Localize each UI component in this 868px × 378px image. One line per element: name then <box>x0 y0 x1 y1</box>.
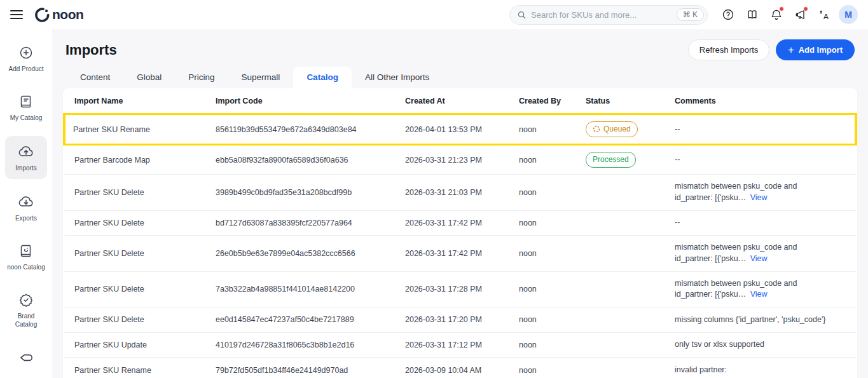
comment-text: -- <box>675 124 680 135</box>
sidebar-item-exports[interactable]: Exports <box>5 186 47 229</box>
status-badge-queued: Queued <box>586 121 638 137</box>
announcements-button[interactable] <box>790 4 811 25</box>
refresh-imports-button[interactable]: Refresh Imports <box>688 39 769 60</box>
docs-button[interactable] <box>742 4 762 25</box>
table-row[interactable]: Partner SKU Delete bd7127d63087a838395fc… <box>64 210 856 236</box>
global-search[interactable]: ⌘ K <box>509 5 708 25</box>
comment-text: mismatch between psku_code and id_partne… <box>675 242 830 265</box>
cell-import-code: 410197d246728a31f8065c3b8b1e2d16 <box>205 332 395 358</box>
help-button[interactable] <box>718 4 738 25</box>
help-icon <box>722 8 734 21</box>
cell-created-at: 2026-03-31 17:20 PM <box>395 307 509 333</box>
cell-created-at: 2026-03-31 17:42 PM <box>395 210 509 236</box>
table-row[interactable]: Partner Barcode Map ebb5a08f932fa8900fa6… <box>64 145 856 175</box>
cell-created-at: 2026-03-31 17:42 PM <box>395 236 509 272</box>
table-row[interactable]: Partner SKU Rename 79b72fd505df1b34ff46e… <box>64 358 856 378</box>
table-row[interactable]: Partner SKU Delete 26e0b5b9e63e7899e04ac… <box>64 236 856 272</box>
tag-icon <box>18 349 34 366</box>
cell-comments: mismatch between psku_code and id_partne… <box>665 175 856 211</box>
status-badge-processed: Processed <box>586 152 636 168</box>
header-icons: xA <box>718 4 835 25</box>
cell-comments: missing columns {'id_partner', 'psku_cod… <box>665 307 856 333</box>
cell-comments: mismatch between psku_code and id_partne… <box>665 271 856 307</box>
tab-supermall[interactable]: Supermall <box>228 67 294 88</box>
cell-created-at: 2026-03-09 10:04 AM <box>395 358 509 378</box>
page-title: Imports <box>65 42 117 58</box>
notifications-button[interactable] <box>766 4 787 25</box>
cell-import-code: ebb5a08f932fa8900fa6589d36f0a636 <box>205 145 395 175</box>
tab-all-other-imports[interactable]: All Other Imports <box>352 67 443 88</box>
cell-import-code: bd7127d63087a838395fcf220577a964 <box>205 210 395 236</box>
table-row[interactable]: Partner SKU Delete ee0d145847ec47237af50… <box>64 307 856 333</box>
sidebar-item-imports[interactable]: Imports <box>5 136 47 179</box>
cell-created-by: noon <box>509 145 575 175</box>
cell-status: Queued <box>575 114 665 145</box>
plus-circle-icon <box>18 45 34 60</box>
translate-icon: xA <box>818 8 831 21</box>
search-icon <box>517 10 527 20</box>
tab-global[interactable]: Global <box>123 67 175 88</box>
cell-import-code: 7a3b322ab4a98851f441014ae8142200 <box>205 271 395 307</box>
cell-import-code: 79b72fd505df1b34ff46e24149d970ad <box>205 358 395 378</box>
search-input[interactable] <box>531 10 677 20</box>
cell-status <box>575 307 665 333</box>
table-row[interactable]: Partner SKU Delete 3989b499c0bd9fad35e31… <box>64 175 856 211</box>
cell-status <box>575 236 665 272</box>
cell-comments: -- <box>665 145 856 175</box>
cell-created-by: noon <box>509 114 575 145</box>
cell-created-by: noon <box>509 236 575 272</box>
tab-content[interactable]: Content <box>67 67 123 88</box>
cell-created-at: 2026-03-31 21:03 PM <box>395 175 509 211</box>
search-shortcut-badge: ⌘ K <box>677 8 704 21</box>
cell-status <box>575 210 665 236</box>
sidebar-items: Add ProductMy CatalogImportsExportsnoon … <box>5 38 47 378</box>
table-row[interactable]: Partner SKU Update 410197d246728a31f8065… <box>64 332 856 358</box>
sidebar: Add ProductMy CatalogImportsExportsnoon … <box>0 29 52 378</box>
hamburger-menu-icon[interactable] <box>10 8 23 22</box>
cell-import-code: 856119b39d553479e672a6349d803e84 <box>205 114 395 145</box>
cell-status <box>575 271 665 307</box>
comment-text: only tsv or xlsx supported <box>675 339 764 351</box>
table-row-highlighted[interactable]: Partner SKU Rename 856119b39d553479e672a… <box>64 114 856 145</box>
column-header-import-name: Import Name <box>64 88 205 114</box>
svg-text:A: A <box>823 12 829 20</box>
column-header-status: Status <box>575 88 665 114</box>
avatar[interactable]: M <box>839 5 858 24</box>
cell-created-by: noon <box>509 175 575 211</box>
comment-text: invalid partner: <box>675 365 727 376</box>
book-icon <box>18 94 34 109</box>
tab-catalog[interactable]: Catalog <box>293 67 352 88</box>
cell-comments: -- <box>665 210 856 236</box>
table-header-row: Import NameImport CodeCreated AtCreated … <box>64 88 856 114</box>
cell-created-at: 2026-04-01 13:53 PM <box>395 114 509 145</box>
sidebar-item-tag[interactable] <box>5 342 47 373</box>
cell-import-code: 26e0b5b9e63e7899e04ac5382ccc6566 <box>205 236 395 272</box>
sidebar-item-my-catalog[interactable]: My Catalog <box>5 87 47 129</box>
column-header-import-code: Import Code <box>205 88 395 114</box>
cell-import-name: Partner SKU Rename <box>64 114 205 145</box>
column-header-created-by: Created By <box>509 88 575 114</box>
column-header-comments: Comments <box>665 88 856 114</box>
tab-pricing[interactable]: Pricing <box>175 67 228 88</box>
sidebar-item-brand-catalog[interactable]: Brand Catalog <box>5 285 47 335</box>
table-row[interactable]: Partner SKU Delete 7a3b322ab4a98851f4410… <box>64 271 856 307</box>
docs-icon <box>746 8 759 21</box>
cell-created-by: noon <box>509 210 575 236</box>
view-comment-link[interactable]: View <box>750 193 768 202</box>
cell-import-name: Partner SKU Delete <box>64 236 205 272</box>
cloud-download-icon <box>18 193 34 210</box>
add-import-button[interactable]: + Add Import <box>776 39 855 60</box>
cell-comments: only tsv or xlsx supported <box>665 332 856 358</box>
view-comment-link[interactable]: View <box>750 254 768 263</box>
translate-button[interactable]: xA <box>815 4 835 25</box>
cell-status <box>575 358 665 378</box>
view-comment-link[interactable]: View <box>750 290 768 299</box>
sidebar-item-add-product[interactable]: Add Product <box>5 38 47 80</box>
sidebar-item-noon-catalog[interactable]: noon Catalog <box>5 236 47 278</box>
cell-status: Processed <box>575 145 665 175</box>
noon-logo[interactable]: noon <box>34 7 83 23</box>
top-header: noon ⌘ K xA M <box>0 0 868 29</box>
notification-dot <box>803 6 808 11</box>
cell-created-by: noon <box>509 307 575 333</box>
cell-created-by: noon <box>509 332 575 358</box>
